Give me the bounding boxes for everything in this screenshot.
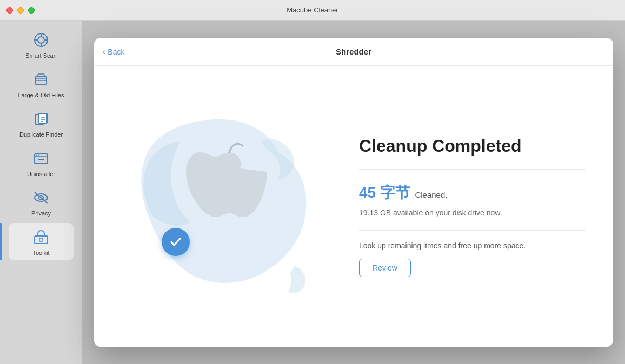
modal-body: Cleanup Completed 45 字节 Cleaned. 19.13 G… xyxy=(94,66,613,347)
blob-background-svg xyxy=(110,109,316,304)
svg-point-14 xyxy=(36,155,37,156)
disk-info: 19.13 GB available on your disk drive no… xyxy=(359,208,586,217)
modal-header: ‹ Back Shredder xyxy=(94,38,613,66)
sidebar-label-smart-scan: Smart Scan xyxy=(25,52,56,59)
maximize-button[interactable] xyxy=(28,7,35,14)
large-old-files-icon xyxy=(31,70,51,89)
svg-point-15 xyxy=(38,155,39,156)
remaining-text: Look up remaining itmes and free up more… xyxy=(359,241,586,250)
window-controls[interactable] xyxy=(6,7,35,14)
app-body: Smart Scan Large & Old Files xyxy=(0,21,625,364)
cleaned-label: Cleaned. xyxy=(415,190,447,199)
cleanup-completed-title: Cleanup Completed xyxy=(359,136,586,156)
info-area: Cleanup Completed 45 字节 Cleaned. 19.13 G… xyxy=(332,66,613,347)
divider-bottom xyxy=(359,230,586,231)
svg-rect-20 xyxy=(39,238,43,241)
privacy-icon xyxy=(31,188,51,207)
sidebar: Smart Scan Large & Old Files xyxy=(0,21,82,364)
sidebar-item-privacy[interactable]: Privacy xyxy=(9,184,74,221)
sidebar-label-uninstaller: Uninstaller xyxy=(27,171,55,177)
app-title: Macube Cleaner xyxy=(287,6,338,14)
sidebar-label-toolkit: Toolkit xyxy=(32,250,49,256)
sidebar-item-large-old-files[interactable]: Large & Old Files xyxy=(9,65,74,103)
svg-rect-19 xyxy=(35,236,48,244)
sidebar-label-large-old-files: Large & Old Files xyxy=(18,92,64,98)
review-button[interactable]: Review xyxy=(359,259,411,277)
modal-title: Shredder xyxy=(336,47,371,56)
illustration-area xyxy=(94,66,332,347)
cleaned-row: 45 字节 Cleaned. xyxy=(359,183,586,203)
modal-dialog: ‹ Back Shredder xyxy=(94,38,613,347)
back-chevron-icon: ‹ xyxy=(103,47,105,57)
check-circle xyxy=(162,228,190,256)
duplicate-finder-icon xyxy=(31,109,51,129)
content-area: ‹ Back Shredder xyxy=(82,21,625,364)
uninstaller-icon xyxy=(31,149,51,168)
minimize-button[interactable] xyxy=(17,7,24,14)
title-bar: Macube Cleaner xyxy=(0,0,625,21)
svg-point-1 xyxy=(38,37,44,43)
sidebar-item-smart-scan[interactable]: Smart Scan xyxy=(9,26,74,63)
blob-container xyxy=(110,109,316,304)
checkmark-icon xyxy=(168,234,183,250)
back-label: Back xyxy=(108,48,124,56)
divider-top xyxy=(359,169,586,170)
smart-scan-icon xyxy=(31,30,51,50)
sidebar-item-uninstaller[interactable]: Uninstaller xyxy=(9,144,74,181)
sidebar-item-duplicate-finder[interactable]: Duplicate Finder xyxy=(9,105,74,142)
sidebar-item-toolkit[interactable]: Toolkit xyxy=(9,223,74,260)
cleaned-amount: 45 字节 xyxy=(359,184,410,201)
sidebar-label-privacy: Privacy xyxy=(31,210,51,217)
sidebar-label-duplicate-finder: Duplicate Finder xyxy=(19,131,63,138)
close-button[interactable] xyxy=(6,7,13,14)
back-button[interactable]: ‹ Back xyxy=(103,47,124,57)
toolkit-icon xyxy=(31,227,51,247)
